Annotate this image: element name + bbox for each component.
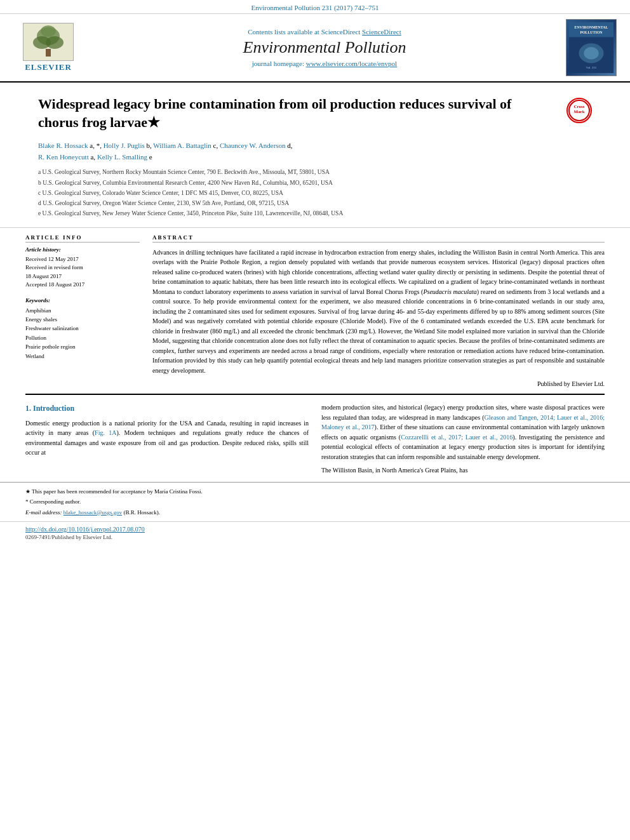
intro-section: 1. Introduction Domestic energy producti… (0, 395, 630, 476)
received-revised-date: 18 August 2017 (25, 272, 140, 281)
svg-text:Cross: Cross (574, 104, 585, 109)
elsevier-tree-image (23, 23, 74, 61)
intro-heading: 1. Introduction (25, 403, 309, 415)
intro-right-col: modern production sites, and historical … (321, 403, 605, 476)
elsevier-logo-section: ELSEVIER (10, 23, 86, 72)
footnote-section: ★ This paper has been recommended for ac… (0, 482, 630, 522)
article-title-text: Widespread legacy brine contamination fr… (38, 95, 566, 131)
journal-header: ELSEVIER Contents lists available at Sci… (0, 14, 630, 83)
received-date: Received 12 May 2017 (25, 255, 140, 264)
abstract-text: Advances in drilling techniques have fac… (152, 248, 605, 376)
affiliations: a U.S. Geological Survey, Northern Rocky… (38, 168, 592, 218)
keywords-label: Keywords: (25, 297, 140, 303)
svg-text:Mark: Mark (573, 109, 584, 114)
author-suffix-a2: a, (90, 153, 97, 161)
footer-links: http://dx.doi.org/10.1016/j.envpol.2017.… (0, 521, 630, 544)
article-body: ARTICLE INFO Article history: Received 1… (0, 228, 630, 394)
affiliation-a: a U.S. Geological Survey, Northern Rocky… (38, 168, 592, 177)
abstract-col: ABSTRACT Advances in drilling techniques… (152, 234, 605, 388)
footnote-email-label: E-mail address: (25, 509, 64, 516)
affiliation-b: b U.S. Geological Survey, Columbia Envir… (38, 178, 592, 187)
author-smalling: Kelly L. Smalling (97, 153, 147, 161)
footnote-1: ★ This paper has been recommended for ac… (25, 488, 605, 497)
page: Environmental Pollution 231 (2017) 742–7… (0, 0, 630, 840)
gleason-ref[interactable]: Gleason and Tangen, 2014; Lauer et al., … (321, 414, 605, 431)
svg-text:ENVIRONMENTAL: ENVIRONMENTAL (575, 25, 608, 29)
affiliation-c: c U.S. Geological Survey, Colorado Water… (38, 189, 592, 197)
author-hossack: Blake R. Hossack (38, 142, 88, 149)
keyword-prairie: Prairie pothole region (25, 342, 140, 351)
doi-url[interactable]: http://dx.doi.org/10.1016/j.envpol.2017.… (25, 526, 145, 533)
author-battaglin: William A. Battaglin (153, 142, 211, 149)
journal-header-center: Contents lists available at ScienceDirec… (93, 28, 556, 67)
journal-citation: Environmental Pollution 231 (2017) 742–7… (251, 4, 379, 11)
cover-svg: ENVIRONMENTAL POLLUTION Vol. 231 (568, 22, 614, 73)
journal-title: Environmental Pollution (93, 38, 556, 57)
footnote-2: * Corresponding author. (25, 498, 605, 507)
svg-text:Vol. 231: Vol. 231 (586, 66, 597, 69)
intro-left-col: 1. Introduction Domestic energy producti… (25, 403, 309, 476)
intro-right-text: modern production sites, and historical … (321, 403, 605, 462)
journal-homepage: journal homepage: www.elsevier.com/locat… (93, 60, 556, 67)
journal-cover: ENVIRONMENTAL POLLUTION Vol. 231 (563, 19, 620, 76)
sciencedirect-prefix: Contents lists available at ScienceDirec… (248, 28, 360, 36)
footnote-3: E-mail address: blake_hossack@usgs.gov (… (25, 509, 605, 517)
elsevier-logo: ELSEVIER (23, 23, 74, 72)
keywords-section: Keywords: Amphibian Energy shales Freshw… (25, 297, 140, 361)
author-suffix-d: d, (287, 142, 292, 149)
svg-rect-4 (46, 49, 51, 57)
article-info-col: ARTICLE INFO Article history: Received 1… (25, 234, 140, 388)
journal-top-bar: Environmental Pollution 231 (2017) 742–7… (0, 0, 630, 14)
journal-cover-image: ENVIRONMENTAL POLLUTION Vol. 231 (566, 19, 617, 76)
sciencedirect-link[interactable]: Contents lists available at ScienceDirec… (93, 28, 556, 36)
received-revised-label: Received in revised form (25, 263, 140, 272)
sciencedirect-link-text[interactable]: ScienceDirect (362, 28, 401, 36)
intro-section-title: Introduction (33, 404, 74, 413)
svg-text:POLLUTION: POLLUTION (580, 30, 603, 34)
published-by: Published by Elsevier Ltd. (152, 380, 605, 387)
intro-section-num: 1. (25, 404, 31, 413)
svg-point-11 (584, 47, 598, 60)
author-honeycutt: R. Ken Honeycutt (38, 153, 89, 161)
homepage-url[interactable]: www.elsevier.com/locate/envpol (306, 60, 397, 67)
affiliation-e: e U.S. Geological Survey, New Jersey Wat… (38, 209, 592, 218)
footnote-email-link[interactable]: blake_hossack@usgs.gov (64, 509, 123, 516)
crossmark-logo: Cross Mark (566, 98, 592, 123)
homepage-prefix: journal homepage: (252, 60, 306, 67)
article-title-section: Widespread legacy brine contamination fr… (0, 83, 630, 228)
author-suffix-b: b, (147, 142, 154, 149)
intro-left-text: Domestic energy production is a national… (25, 418, 309, 458)
intro-williston-text: The Williston Basin, in North America's … (321, 465, 605, 476)
crossmark-svg: Cross Mark (568, 99, 591, 122)
keyword-freshwater: Freshwater salinization (25, 324, 140, 333)
author-suffix-e: e (149, 153, 152, 161)
fig1a-link[interactable]: Fig. 1A (95, 429, 116, 436)
tree-svg (26, 25, 70, 60)
svg-point-5 (41, 25, 56, 37)
abstract-header: ABSTRACT (152, 234, 605, 243)
cozzarelli-ref[interactable]: Cozzarellli et al., 2017; Lauer et al., … (401, 434, 513, 441)
copyright-text: 0269-7491/Published by Elsevier Ltd. (25, 534, 605, 540)
author-suffix-c: c, (213, 142, 220, 149)
accepted-date: Accepted 18 August 2017 (25, 281, 140, 290)
article-info-section: ARTICLE INFO Article history: Received 1… (25, 234, 140, 290)
author-suffix-a: a, *, (90, 142, 103, 149)
keyword-pollution: Pollution (25, 333, 140, 342)
doi-link[interactable]: http://dx.doi.org/10.1016/j.envpol.2017.… (25, 526, 605, 533)
author-anderson: Chauncey W. Anderson (220, 142, 286, 149)
keyword-amphibian: Amphibian (25, 306, 140, 315)
keyword-energy-shales: Energy shales (25, 315, 140, 324)
elsevier-wordmark: ELSEVIER (25, 62, 72, 72)
footnote-email-name: (B.R. Hossack). (123, 509, 160, 516)
keyword-wetland: Wetland (25, 352, 140, 361)
affiliation-d: d U.S. Geological Survey, Oregon Water S… (38, 199, 592, 208)
author-puglis: Holly J. Puglis (104, 142, 145, 149)
authors-line: Blake R. Hossack a, *, Holly J. Puglis b… (38, 140, 592, 163)
article-info-header: ARTICLE INFO (25, 234, 140, 243)
article-history-label: Article history: (25, 246, 140, 253)
article-title-row: Widespread legacy brine contamination fr… (38, 95, 592, 131)
svg-point-3 (46, 36, 64, 49)
